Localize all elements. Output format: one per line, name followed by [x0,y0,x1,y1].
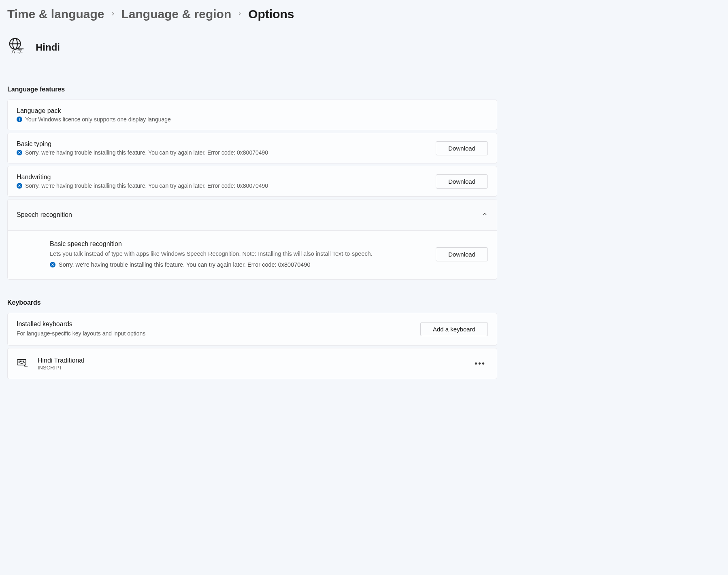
error-icon [17,183,22,189]
globe-language-icon: A 字 [7,37,26,57]
svg-rect-7 [19,119,19,121]
speech-recognition-header[interactable]: Speech recognition [8,199,497,230]
section-language-features-heading: Language features [7,86,497,93]
language-name: Hindi [36,42,60,53]
svg-point-10 [20,361,21,361]
language-pack-title: Language pack [17,107,488,115]
svg-text:字: 字 [17,49,23,55]
svg-point-13 [19,362,19,363]
basic-speech-desc: Lets you talk instead of type with apps … [50,249,406,258]
svg-point-9 [19,361,19,361]
basic-typing-status: Sorry, we're having trouble installing t… [17,149,428,156]
basic-speech-status: Sorry, we're having trouble installing t… [50,261,428,268]
card-installed-keyboards: Installed keyboards For language-specifi… [7,313,497,346]
svg-point-12 [23,361,23,361]
basic-typing-status-text: Sorry, we're having trouble installing t… [25,149,268,156]
basic-speech-status-text: Sorry, we're having trouble installing t… [59,261,311,268]
handwriting-title: Handwriting [17,174,428,181]
handwriting-download-button[interactable]: Download [436,174,488,189]
language-pack-status: Your Windows licence only supports one d… [17,116,488,123]
more-icon: ••• [475,359,485,368]
installed-keyboards-sub: For language-specific key layouts and in… [17,329,412,338]
info-icon [17,117,22,122]
keyboard-layout: INSCRIPT [38,365,84,371]
chevron-right-icon [110,10,116,19]
language-header: A 字 Hindi [7,37,497,57]
handwriting-status-text: Sorry, we're having trouble installing t… [25,182,268,189]
card-speech-recognition: Speech recognition Basic speech recognit… [7,199,497,280]
svg-point-6 [19,118,20,119]
installed-keyboards-title: Installed keyboards [17,320,412,328]
svg-point-11 [21,361,22,361]
chevron-right-icon [237,10,243,19]
basic-typing-title: Basic typing [17,140,428,148]
breadcrumb-language-region[interactable]: Language & region [121,7,232,21]
chevron-up-icon [481,211,488,219]
keyboard-item: Hindi Traditional INSCRIPT ••• [7,348,497,379]
language-pack-status-text: Your Windows licence only supports one d… [25,116,171,123]
breadcrumb-current: Options [248,7,294,21]
keyboard-icon [17,357,28,370]
card-language-pack: Language pack Your Windows licence only … [7,100,497,130]
handwriting-status: Sorry, we're having trouble installing t… [17,182,428,189]
keyboard-more-button[interactable]: ••• [472,356,488,371]
breadcrumb-time-language[interactable]: Time & language [7,7,104,21]
keyboard-name: Hindi Traditional [38,357,84,364]
speech-recognition-title: Speech recognition [17,211,72,219]
svg-point-14 [24,362,24,363]
basic-speech-title: Basic speech recognition [50,240,428,248]
basic-speech-download-button[interactable]: Download [436,247,488,261]
svg-rect-8 [17,359,26,365]
error-icon [17,150,22,155]
card-handwriting: Handwriting Sorry, we're having trouble … [7,166,497,197]
svg-text:A: A [12,49,15,55]
error-icon [50,262,55,267]
section-keyboards-heading: Keyboards [7,299,497,306]
card-basic-typing: Basic typing Sorry, we're having trouble… [7,133,497,163]
add-keyboard-button[interactable]: Add a keyboard [420,322,488,336]
basic-typing-download-button[interactable]: Download [436,141,488,155]
breadcrumb: Time & language Language & region Option… [7,7,497,21]
